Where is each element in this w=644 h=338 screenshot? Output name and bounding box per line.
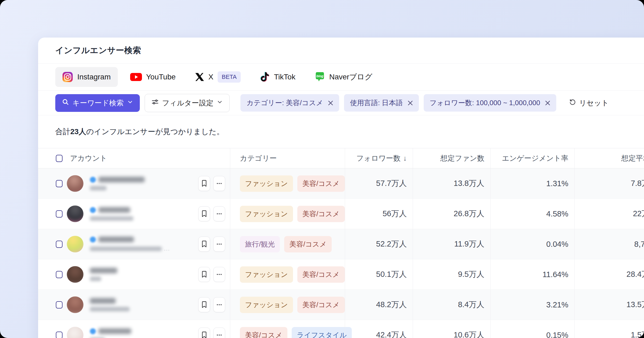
more-options-icon [216,332,222,338]
table-row: ファッション美容/コスメ57.7万人13.8万人1.31%7.8万 [38,168,644,199]
search-icon [62,98,69,108]
fans-cell: 10.6万人 [413,320,490,338]
engagement-cell: 1.31% [490,168,574,199]
results-prefix: 合計 [55,127,70,136]
account-subtitle-redacted [90,307,198,311]
row-checkbox[interactable] [56,210,63,218]
redacted-subtitle-blur [90,247,162,251]
more-options-button[interactable] [213,206,225,221]
row-actions [198,176,225,191]
column-header-account: アカウント [70,153,107,163]
more-options-button[interactable] [213,176,225,191]
column-header-reach[interactable]: 想定平均リー [574,148,644,168]
account-cell [38,168,230,199]
tab-x[interactable]: X BETA [188,67,248,87]
platform-tabs: Instagram YouTube X BETA [38,64,644,91]
keyword-search-label: キーワード検索 [72,98,124,108]
category-tag: 美容/コスメ [297,297,345,313]
row-actions [198,206,225,221]
tab-label: X [208,73,214,81]
remove-filter-icon[interactable] [545,100,550,106]
bookmark-button[interactable] [198,267,210,282]
chevron-down-icon [127,99,133,107]
account-cell [38,290,230,320]
bookmark-button[interactable] [198,297,210,312]
category-cell: ファッション美容/コスメ [230,290,345,320]
account-cell [38,320,230,338]
row-checkbox[interactable] [56,180,63,187]
avatar [67,175,83,192]
bookmark-icon [201,271,207,278]
engagement-cell: 3.21% [490,290,574,320]
more-options-icon [216,302,222,308]
bookmark-button[interactable] [198,237,210,252]
followers-cell: 56万人 [345,199,413,229]
bookmark-icon [201,210,207,218]
engagement-cell: 0.04% [490,229,574,259]
row-checkbox[interactable] [56,241,63,248]
remove-filter-icon[interactable] [408,100,413,106]
more-options-button[interactable] [213,267,225,282]
row-actions [198,297,225,312]
filter-settings-button[interactable]: フィルター設定 [145,94,230,112]
tiktok-icon [260,72,270,82]
avatar [67,296,83,313]
bookmark-button[interactable] [198,328,210,338]
account-username-redacted [90,207,198,213]
avatar [67,327,83,338]
fans-cell: 9.5万人 [413,259,490,289]
row-checkbox[interactable] [56,332,63,338]
filter-settings-label: フィルター設定 [162,98,214,108]
reach-cell: 8,72 [574,229,644,259]
results-suffix: のインフルエンサーが見つかりました。 [86,127,224,136]
followers-cell: 48.2万人 [345,290,413,320]
filter-chip-category: カテゴリー: 美容/コスメ [240,94,339,112]
avatar [67,205,83,222]
more-options-button[interactable] [213,328,225,338]
table-row: ファッション美容/コスメ50.1万人9.5万人11.64%28.4万 [38,259,644,290]
category-cell: 旅行/観光美容/コスメ [230,229,345,259]
column-header-followers[interactable]: フォロワー数 ↓ [345,148,413,168]
bookmark-button[interactable] [198,176,210,191]
reach-cell: 1.5万 [574,320,644,338]
more-options-button[interactable] [213,237,225,252]
tab-naver-blog[interactable]: blog Naverブログ [308,67,379,87]
reach-cell: 13.5万 [574,290,644,320]
tab-label: Instagram [77,73,111,81]
tab-youtube[interactable]: YouTube [123,68,183,86]
fans-cell: 13.8万人 [413,168,490,199]
filter-chip-language: 使用言語: 日本語 [344,94,419,112]
row-checkbox[interactable] [56,271,63,278]
tab-tiktok[interactable]: TikTok [253,67,302,87]
redacted-subtitle-blur [90,186,107,190]
reset-label: リセット [579,98,609,108]
column-header-category: カテゴリー [230,148,345,168]
remove-filter-icon[interactable] [328,100,333,106]
more-options-button[interactable] [213,297,225,312]
tab-instagram[interactable]: Instagram [55,67,118,87]
bookmark-button[interactable] [198,206,210,221]
bookmark-icon [201,240,207,248]
column-header-engagement[interactable]: エンゲージメント率 [490,148,574,168]
redacted-username-blur [98,207,130,213]
category-tag: ライフスタイル [292,327,352,338]
reset-filters-button[interactable]: リセット [569,98,609,108]
filter-bar: キーワード検索 フィルター設定 [38,91,644,115]
engagement-cell: 11.64% [490,259,574,289]
category-tag: 美容/コスメ [240,327,287,338]
row-actions [198,267,225,282]
category-cell: ファッション美容/コスメ [230,168,345,199]
select-all-checkbox[interactable] [56,155,63,162]
category-cell: ファッション美容/コスメ [230,199,345,229]
row-checkbox[interactable] [56,301,63,308]
filter-chip-label: 使用言語: 日本語 [350,98,402,108]
redacted-subtitle-blur [90,307,130,311]
account-name-block [90,328,198,338]
verified-badge-icon [90,177,96,183]
avatar [67,236,83,252]
column-header-fans[interactable]: 想定ファン数 [413,148,490,168]
category-tag: ファッション [240,297,293,313]
keyword-search-button[interactable]: キーワード検索 [55,94,140,112]
account-username-redacted [90,328,198,334]
fans-cell: 8.4万人 [413,290,490,320]
